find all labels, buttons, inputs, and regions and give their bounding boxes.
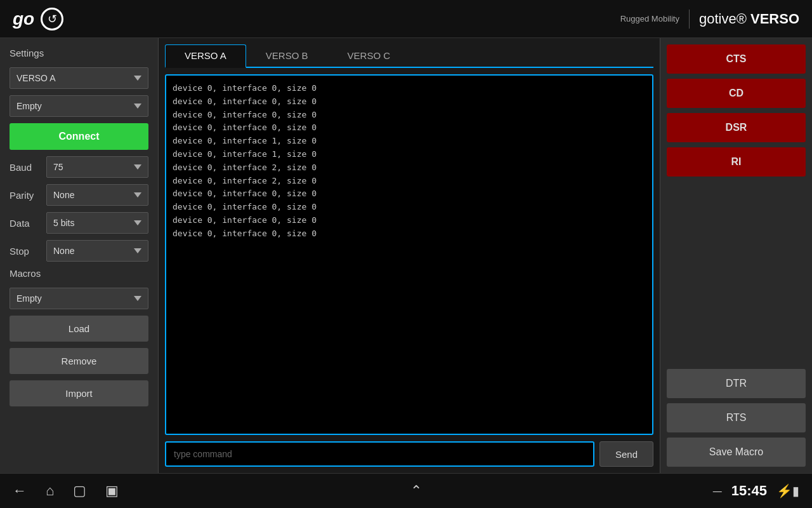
stop-label: Stop [10,246,41,257]
brand-verso-text: VERSO [747,11,799,27]
tab-verso-a[interactable]: VERSO A [165,44,246,68]
console-line: device 0, interface 0, size 0 [173,109,646,122]
rugged-mobility-text: Rugged Mobility [620,14,679,23]
chevron-up-icon[interactable]: ⌃ [410,483,422,499]
console-line: device 0, interface 0, size 0 [173,201,646,214]
back-icon[interactable]: ← [13,483,27,499]
center-panel: VERSO A VERSO B VERSO C device 0, interf… [159,38,660,473]
home-icon[interactable]: ⌂ [46,483,54,499]
cd-button[interactable]: CD [667,79,806,108]
macros-dropdown[interactable]: Empty [10,288,148,309]
right-spacer [667,182,806,364]
data-label: Data [10,218,41,229]
console-line: device 0, interface 0, size 0 [173,227,646,241]
tab-bar: VERSO A VERSO B VERSO C [165,44,653,68]
parity-dropdown[interactable]: None [46,184,148,206]
data-dropdown[interactable]: 5 bits [46,212,148,234]
baud-label: Baud [10,162,41,173]
load-button[interactable]: Load [10,316,148,342]
tab-verso-b[interactable]: VERSO B [246,44,328,67]
save-macro-button[interactable]: Save Macro [667,438,806,467]
console-line: device 0, interface 0, size 0 [173,214,646,227]
command-bar: Send [165,441,653,467]
port-dropdown[interactable]: Empty [10,95,148,117]
command-input[interactable] [165,441,594,467]
taskbar-center: ⌃ [410,483,422,499]
connect-button[interactable]: Connect [10,123,148,150]
console-line: device 0, interface 2, size 0 [173,175,646,188]
device-dropdown[interactable]: VERSO A [10,67,148,89]
header-right: Rugged Mobility gotive® VERSO [620,10,799,29]
import-button[interactable]: Import [10,380,148,406]
logo-go-text: go [13,9,34,29]
data-row: Data 5 bits [10,212,148,234]
taskbar-time: 15:45 [731,483,767,499]
dtr-button[interactable]: DTR [667,369,806,398]
taskbar-right: — 15:45 ⚡▮ [713,483,799,499]
console-line: device 0, interface 2, size 0 [173,161,646,175]
console-line: device 0, interface 1, size 0 [173,148,646,161]
console-output: device 0, interface 0, size 0device 0, i… [165,74,653,435]
battery-icon: ⚡▮ [776,483,799,498]
recents-icon[interactable]: ▢ [73,483,86,499]
console-line: device 0, interface 0, size 0 [173,187,646,201]
right-panel: CTS CD DSR RI DTR RTS Save Macro [660,38,812,473]
logo-icon: ↺ [41,8,63,30]
macros-label: Macros [10,268,148,279]
brand-gotive-text: gotive® [699,11,747,27]
brand-area: gotive® VERSO [699,11,799,27]
app-header: go ↺ Rugged Mobility gotive® VERSO [0,0,812,38]
stop-dropdown[interactable]: None [46,240,148,262]
tab-verso-c[interactable]: VERSO C [328,44,410,67]
baud-dropdown[interactable]: 75 [46,156,148,178]
stop-row: Stop None [10,240,148,262]
console-line: device 0, interface 0, size 0 [173,121,646,135]
console-line: device 0, interface 0, size 0 [173,95,646,109]
ri-button[interactable]: RI [667,147,806,177]
dsr-button[interactable]: DSR [667,113,806,142]
taskbar-minus: — [713,486,722,496]
logo-area: go ↺ [13,8,63,30]
cts-button[interactable]: CTS [667,44,806,74]
rts-button[interactable]: RTS [667,403,806,432]
menu-icon[interactable]: ▣ [105,483,119,499]
taskbar: ← ⌂ ▢ ▣ ⌃ — 15:45 ⚡▮ [0,473,812,508]
settings-label: Settings [10,48,148,58]
baud-row: Baud 75 [10,156,148,178]
remove-button[interactable]: Remove [10,348,148,374]
console-line: device 0, interface 0, size 0 [173,82,646,95]
console-line: device 0, interface 1, size 0 [173,135,646,148]
taskbar-left: ← ⌂ ▢ ▣ [13,483,119,499]
parity-label: Parity [10,190,41,201]
sidebar: Settings VERSO A Empty Connect Baud 75 P… [0,38,159,473]
main-content: Settings VERSO A Empty Connect Baud 75 P… [0,38,812,473]
header-divider [689,10,690,29]
send-button[interactable]: Send [599,441,653,467]
parity-row: Parity None [10,184,148,206]
